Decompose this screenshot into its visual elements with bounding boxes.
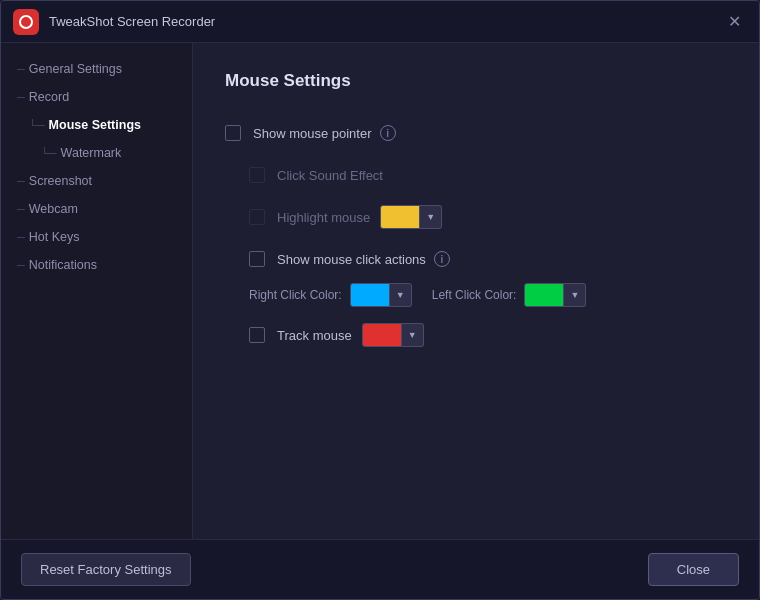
main-layout: ─ General Settings ─ Record └─ Mouse Set… (1, 43, 759, 539)
tree-line: └─ (29, 119, 45, 131)
highlight-mouse-color-dropdown[interactable]: ▼ (420, 205, 442, 229)
track-mouse-color-dropdown[interactable]: ▼ (402, 323, 424, 347)
sidebar-item-record[interactable]: ─ Record (1, 83, 192, 111)
track-mouse-color-group: ▼ (362, 323, 424, 347)
page-title: Mouse Settings (225, 71, 727, 91)
footer: Reset Factory Settings Close (1, 539, 759, 599)
left-click-color-group: Left Click Color: ▼ (432, 283, 587, 307)
track-mouse-checkbox[interactable] (249, 327, 265, 343)
show-mouse-pointer-row: Show mouse pointer i (225, 115, 727, 151)
close-dialog-button[interactable]: Close (648, 553, 739, 586)
show-mouse-pointer-info-icon[interactable]: i (380, 125, 396, 141)
tree-line: ─ (17, 259, 25, 271)
click-colors-row: Right Click Color: ▼ Left Click Color: ▼ (225, 283, 727, 307)
show-mouse-click-actions-label: Show mouse click actions (277, 252, 426, 267)
sidebar-label-general-settings: General Settings (29, 62, 122, 76)
sidebar-label-notifications: Notifications (29, 258, 97, 272)
titlebar: TweakShot Screen Recorder ✕ (1, 1, 759, 43)
sidebar-item-mouse-settings[interactable]: └─ Mouse Settings (1, 111, 192, 139)
window-title: TweakShot Screen Recorder (49, 14, 722, 29)
show-mouse-pointer-label: Show mouse pointer (253, 126, 372, 141)
sidebar-item-notifications[interactable]: ─ Notifications (1, 251, 192, 279)
app-icon-inner (19, 15, 33, 29)
sidebar-label-record: Record (29, 90, 69, 104)
click-sound-effect-checkbox[interactable] (249, 167, 265, 183)
sidebar: ─ General Settings ─ Record └─ Mouse Set… (1, 43, 193, 539)
sidebar-item-general-settings[interactable]: ─ General Settings (1, 55, 192, 83)
tree-line: ─ (17, 231, 25, 243)
right-click-color-group: Right Click Color: ▼ (249, 283, 412, 307)
show-mouse-click-actions-checkbox[interactable] (249, 251, 265, 267)
highlight-mouse-checkbox[interactable] (249, 209, 265, 225)
track-mouse-label: Track mouse (277, 328, 352, 343)
sidebar-label-webcam: Webcam (29, 202, 78, 216)
sidebar-item-screenshot[interactable]: ─ Screenshot (1, 167, 192, 195)
click-sound-effect-row: Click Sound Effect (225, 157, 727, 193)
close-button[interactable]: ✕ (722, 10, 747, 34)
sidebar-item-webcam[interactable]: ─ Webcam (1, 195, 192, 223)
highlight-mouse-row: Highlight mouse ▼ (225, 199, 727, 235)
tree-line: ─ (17, 203, 25, 215)
right-click-color-label: Right Click Color: (249, 288, 342, 302)
highlight-mouse-color-swatch[interactable] (380, 205, 420, 229)
right-click-color-swatch[interactable] (350, 283, 390, 307)
app-icon (13, 9, 39, 35)
show-mouse-pointer-checkbox[interactable] (225, 125, 241, 141)
app-window: TweakShot Screen Recorder ✕ ─ General Se… (0, 0, 760, 600)
sidebar-item-watermark[interactable]: └─ Watermark (1, 139, 192, 167)
track-mouse-row: Track mouse ▼ (225, 317, 727, 353)
highlight-mouse-color-group: ▼ (380, 205, 442, 229)
sidebar-label-watermark: Watermark (61, 146, 122, 160)
show-mouse-click-actions-info-icon[interactable]: i (434, 251, 450, 267)
sidebar-item-hot-keys[interactable]: ─ Hot Keys (1, 223, 192, 251)
sidebar-label-hot-keys: Hot Keys (29, 230, 80, 244)
tree-line: ─ (17, 63, 25, 75)
left-click-color-dropdown[interactable]: ▼ (564, 283, 586, 307)
content-area: Mouse Settings Show mouse pointer i Clic… (193, 43, 759, 539)
left-click-color-swatch[interactable] (524, 283, 564, 307)
right-click-color-dropdown[interactable]: ▼ (390, 283, 412, 307)
tree-line: ─ (17, 175, 25, 187)
highlight-mouse-label: Highlight mouse (277, 210, 370, 225)
track-mouse-color-swatch[interactable] (362, 323, 402, 347)
sidebar-label-mouse-settings: Mouse Settings (49, 118, 141, 132)
show-mouse-click-actions-row: Show mouse click actions i (225, 241, 727, 277)
click-sound-effect-label: Click Sound Effect (277, 168, 383, 183)
tree-line: ─ (17, 91, 25, 103)
reset-factory-settings-button[interactable]: Reset Factory Settings (21, 553, 191, 586)
tree-line: └─ (41, 147, 57, 159)
sidebar-label-screenshot: Screenshot (29, 174, 92, 188)
left-click-color-label: Left Click Color: (432, 288, 517, 302)
